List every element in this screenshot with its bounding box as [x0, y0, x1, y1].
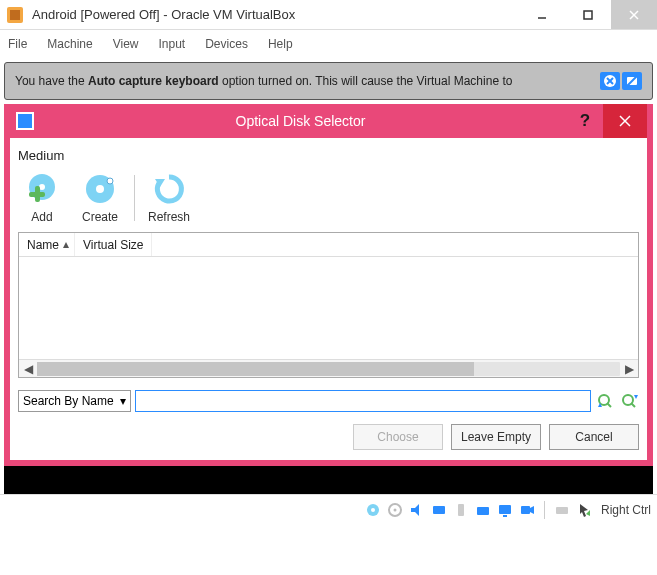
menu-view[interactable]: View: [113, 37, 139, 51]
toolbar-separator: [134, 175, 135, 221]
scroll-right-arrow[interactable]: ▶: [620, 362, 638, 376]
menu-file[interactable]: File: [8, 37, 27, 51]
shared-folders-icon[interactable]: [474, 501, 492, 519]
svg-rect-42: [556, 507, 568, 514]
host-key-label: Right Ctrl: [601, 503, 651, 517]
svg-point-31: [371, 508, 375, 512]
svg-rect-18: [35, 186, 40, 202]
svg-line-25: [607, 403, 611, 407]
menu-help[interactable]: Help: [268, 37, 293, 51]
add-button[interactable]: Add: [18, 171, 66, 224]
svg-rect-36: [458, 504, 464, 516]
svg-point-20: [96, 185, 104, 193]
svg-rect-37: [477, 507, 489, 515]
search-mode-value: Search By Name: [23, 394, 114, 408]
dialog-close-button[interactable]: [603, 104, 647, 138]
svg-rect-40: [521, 506, 530, 514]
statusbar-separator: [544, 501, 545, 519]
svg-rect-3: [584, 11, 592, 19]
media-table[interactable]: Name Virtual Size ◀ ▶: [18, 232, 639, 378]
svg-rect-12: [18, 114, 32, 128]
svg-rect-1: [10, 10, 20, 20]
menu-devices[interactable]: Devices: [205, 37, 248, 51]
main-titlebar: Android [Powered Off] - Oracle VM Virtua…: [0, 0, 657, 30]
chevron-down-icon: ▾: [120, 394, 126, 408]
mouse-capture-icon[interactable]: [575, 501, 593, 519]
svg-marker-23: [63, 242, 69, 248]
media-table-body: [19, 257, 638, 359]
notification-dismiss-icon[interactable]: [600, 72, 620, 90]
dialog-title: Optical Disk Selector: [34, 113, 567, 129]
keyboard-capture-notification: You have the Auto capture keyboard optio…: [4, 62, 653, 100]
search-previous-icon[interactable]: [595, 391, 615, 411]
notification-text-prefix: You have the: [15, 74, 88, 88]
statusbar: Right Ctrl: [0, 494, 657, 524]
create-button[interactable]: Create: [76, 171, 124, 224]
network-icon[interactable]: [430, 501, 448, 519]
menubar: File Machine View Input Devices Help: [0, 30, 657, 58]
menu-machine[interactable]: Machine: [47, 37, 92, 51]
vm-display-area: [4, 466, 653, 494]
svg-rect-38: [499, 505, 511, 514]
create-disk-icon: [82, 171, 118, 207]
svg-line-28: [631, 403, 635, 407]
svg-point-33: [393, 508, 396, 511]
create-button-label: Create: [82, 210, 118, 224]
hard-disk-icon[interactable]: [364, 501, 382, 519]
optical-disk-icon[interactable]: [386, 501, 404, 519]
main-window-title: Android [Powered Off] - Oracle VM Virtua…: [32, 7, 519, 22]
search-mode-select[interactable]: Search By Name ▾: [18, 390, 131, 412]
dialog-toolbar: Add Create Refresh: [18, 169, 639, 232]
horizontal-scrollbar[interactable]: ◀ ▶: [19, 359, 638, 377]
dialog-app-icon: [16, 112, 34, 130]
column-header-name[interactable]: Name: [19, 233, 75, 256]
refresh-icon: [151, 171, 187, 207]
svg-marker-34: [411, 504, 419, 516]
main-close-button[interactable]: [611, 0, 657, 29]
recording-icon[interactable]: [518, 501, 536, 519]
svg-rect-39: [503, 515, 507, 517]
notification-suppress-icon[interactable]: [622, 72, 642, 90]
medium-label: Medium: [18, 148, 639, 163]
usb-icon[interactable]: [452, 501, 470, 519]
add-disk-icon: [24, 171, 60, 207]
virtualbox-app-icon: [6, 6, 24, 24]
svg-marker-29: [634, 395, 638, 399]
svg-marker-44: [586, 510, 590, 516]
svg-marker-41: [530, 506, 534, 514]
maximize-button[interactable]: [565, 0, 611, 29]
dialog-help-button[interactable]: ?: [567, 111, 603, 131]
column-header-virtual-size[interactable]: Virtual Size: [75, 233, 152, 256]
svg-marker-43: [580, 504, 588, 517]
cancel-button[interactable]: Cancel: [549, 424, 639, 450]
optical-disk-selector-dialog: Optical Disk Selector ? Medium Add Creat…: [4, 104, 653, 466]
display-icon[interactable]: [496, 501, 514, 519]
refresh-button[interactable]: Refresh: [145, 171, 193, 224]
dialog-titlebar: Optical Disk Selector ?: [10, 104, 647, 138]
add-button-label: Add: [31, 210, 52, 224]
notification-text-suffix: option turned on. This will cause the Vi…: [219, 74, 513, 88]
keyboard-capture-icon[interactable]: [553, 501, 571, 519]
sort-indicator-icon: [62, 241, 70, 249]
menu-input[interactable]: Input: [159, 37, 186, 51]
refresh-button-label: Refresh: [148, 210, 190, 224]
choose-button[interactable]: Choose: [353, 424, 443, 450]
scroll-left-arrow[interactable]: ◀: [19, 362, 37, 376]
svg-rect-35: [433, 506, 445, 514]
svg-point-21: [107, 178, 113, 184]
leave-empty-button[interactable]: Leave Empty: [451, 424, 541, 450]
minimize-button[interactable]: [519, 0, 565, 29]
search-input[interactable]: [135, 390, 591, 412]
search-next-icon[interactable]: [619, 391, 639, 411]
notification-text-bold: Auto capture keyboard: [88, 74, 219, 88]
audio-icon[interactable]: [408, 501, 426, 519]
